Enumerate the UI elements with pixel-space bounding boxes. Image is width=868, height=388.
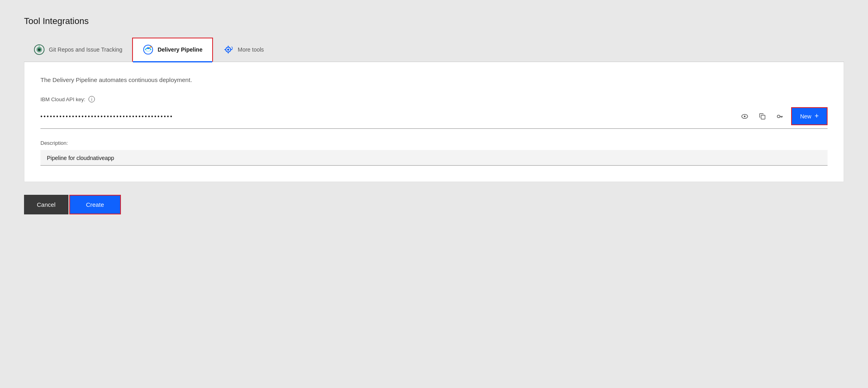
main-card: The Delivery Pipeline automates continuo… [24,62,844,182]
create-button[interactable]: Create [69,195,121,214]
copy-icon [759,113,766,120]
key-icon [776,112,784,120]
api-key-row: New + [40,107,828,129]
description-input-row [40,150,828,166]
tab-more-tools-label: More tools [238,46,264,53]
api-key-input[interactable] [40,113,733,120]
svg-point-7 [227,48,229,50]
tab-pipeline[interactable]: Delivery Pipeline [132,38,213,62]
cancel-button[interactable]: Cancel [24,195,68,214]
api-key-label-row: IBM Cloud API key: i [40,96,828,102]
svg-point-11 [778,115,780,118]
eye-icon [741,112,749,120]
card-description: The Delivery Pipeline automates continuo… [40,76,828,83]
tab-git[interactable]: Git Repos and Issue Tracking [24,38,132,61]
tab-more-tools[interactable]: More tools [213,38,273,61]
svg-point-4 [147,47,149,49]
new-btn-label: New [800,113,811,120]
description-input[interactable] [47,155,821,161]
page-title: Tool Integrations [24,16,844,26]
svg-point-9 [744,115,745,117]
svg-point-5 [150,46,152,48]
tab-git-label: Git Repos and Issue Tracking [49,46,123,53]
description-label: Description: [40,140,828,146]
svg-rect-10 [761,115,765,119]
tabs-container: Git Repos and Issue Tracking Delivery Pi… [24,38,844,62]
git-icon [34,44,45,55]
copy-button[interactable] [756,110,769,123]
pipeline-icon [143,44,154,55]
toggle-visibility-button[interactable] [738,110,751,123]
tab-pipeline-label: Delivery Pipeline [158,46,203,53]
new-api-key-button[interactable]: New + [791,107,828,125]
api-key-label: IBM Cloud API key: [40,96,85,102]
more-tools-icon [223,44,234,55]
api-key-info-icon[interactable]: i [88,96,95,102]
bottom-actions: Cancel Create [24,195,844,214]
key-button[interactable] [774,110,786,123]
new-btn-plus: + [814,112,819,120]
